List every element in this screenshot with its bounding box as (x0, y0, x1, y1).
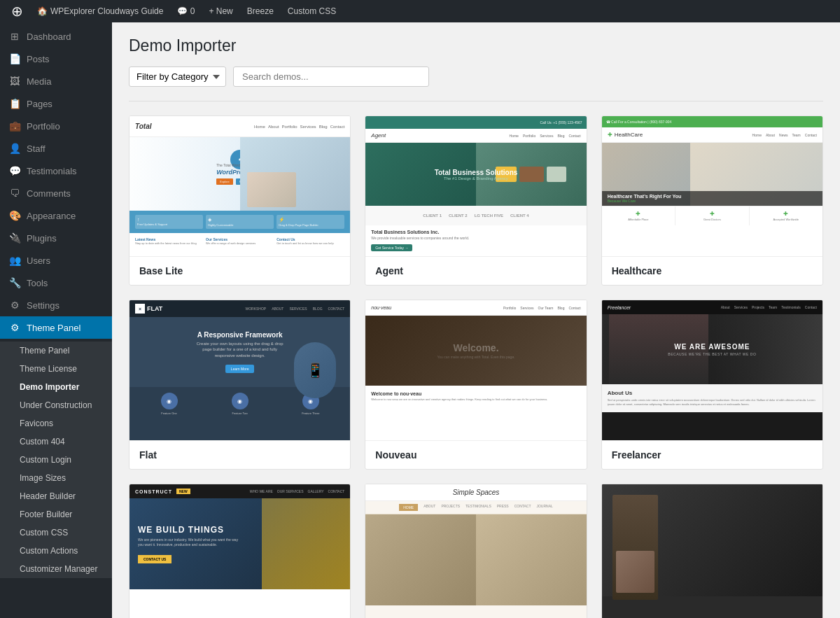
demo-preview-freelancer: Freelancer About Services Projects Team … (602, 300, 822, 440)
demo-preview-nouveau: nou·veau Portfolio Services Our Team Blo… (365, 300, 586, 440)
demo-preview-healthcare: ☎ Call For a Consultation | (800) 837-90… (602, 116, 822, 256)
page-title: Demo Importer (129, 36, 823, 55)
theme-panel-icon: ⚙ (8, 322, 21, 333)
demo-card-graphix[interactable]: GRAPHIX WEB DESIGN SPECIALIST Graphix (601, 484, 823, 618)
demo-card-footer-freelancer: Freelancer (602, 440, 822, 469)
testimonials-icon: 💬 (8, 165, 21, 176)
sub-item-custom-css-sidebar[interactable]: Custom CSS (0, 524, 112, 542)
demo-card-footer-nouveau: Nouveau (365, 440, 586, 469)
demo-name-flat: Flat (139, 449, 340, 461)
demo-name-healthcare: Healthcare (612, 265, 813, 276)
demo-card-simple-spaces[interactable]: Simple Spaces HOME ABOUT PROJECTS TESTIM… (365, 484, 587, 618)
tools-icon: 🔧 (8, 277, 21, 288)
pages-icon: 📋 (8, 98, 21, 109)
sub-item-customizer-manager[interactable]: Customizer Manager (0, 560, 112, 578)
sub-item-footer-builder[interactable]: Footer Builder (0, 505, 112, 524)
sidebar-main-menu: ⊞ Dashboard 📄 Posts 🖼 Media 📋 Pages 💼 Po… (0, 22, 112, 342)
demo-card-footer-agent: Agent (365, 256, 586, 285)
demo-card-freelancer[interactable]: Freelancer About Services Projects Team … (601, 300, 823, 470)
main-wrapper: ⊞ Dashboard 📄 Posts 🖼 Media 📋 Pages 💼 Po… (0, 22, 840, 618)
plugins-icon: 🔌 (8, 232, 21, 244)
demo-card-agent[interactable]: Call Us: +1 (555) 123-4567 Agent Home Po… (365, 115, 587, 286)
content-inner: Demo Importer Filter by Category Total (112, 22, 840, 618)
appearance-icon: 🎨 (8, 210, 21, 221)
sidebar-item-plugins[interactable]: 🔌 Plugins (0, 227, 112, 249)
site-name-button[interactable]: 🏠 WPExplorer Cloudways Guide (31, 0, 169, 22)
sub-item-custom-actions[interactable]: Custom Actions (0, 542, 112, 560)
portfolio-icon: 💼 (8, 120, 21, 132)
search-demos-input[interactable] (233, 66, 429, 87)
filter-category-select[interactable]: Filter by Category (129, 66, 226, 87)
sidebar-item-theme-panel[interactable]: ⚙ Theme Panel (0, 316, 112, 339)
sub-item-custom-404[interactable]: Custom 404 (0, 433, 112, 451)
sidebar-item-settings[interactable]: ⚙ Settings (0, 294, 112, 316)
admin-bar: ⊕ 🏠 WPExplorer Cloudways Guide 💬 0 + New… (0, 0, 840, 22)
users-icon: 👥 (8, 255, 21, 266)
sidebar-item-dashboard[interactable]: ⊞ Dashboard (0, 25, 112, 48)
demo-card-healthcare[interactable]: ☎ Call For a Consultation | (800) 837-90… (601, 115, 823, 286)
sidebar-item-users[interactable]: 👥 Users (0, 249, 112, 272)
sidebar-item-media[interactable]: 🖼 Media (0, 70, 112, 92)
demo-card-nouveau[interactable]: nou·veau Portfolio Services Our Team Blo… (365, 300, 587, 470)
demo-name-nouveau: Nouveau (375, 449, 576, 461)
sidebar: ⊞ Dashboard 📄 Posts 🖼 Media 📋 Pages 💼 Po… (0, 22, 112, 618)
demo-card-footer-healthcare: Healthcare (602, 256, 822, 285)
demo-preview-agent: Call Us: +1 (555) 123-4567 Agent Home Po… (365, 116, 586, 256)
demo-card-footer-base-lite: Base Lite (130, 256, 350, 285)
demo-card-flat[interactable]: × FLAT WORKSHOP ABOUT SERVICES BLOG CONT… (129, 300, 351, 470)
section-separator (129, 101, 823, 101)
demo-grid: Total Home About Portfolio Services Blog… (129, 115, 823, 618)
demo-preview-construct: CONSTRUCT NEW WHO WE ARE OUR SERVICES GA… (130, 484, 350, 618)
demo-card-footer-flat: Flat (130, 440, 350, 469)
sidebar-submenu-theme-panel: Theme Panel Theme License Demo Importer … (0, 342, 112, 578)
content-area: Demo Importer Filter by Category Total (112, 22, 840, 618)
demo-preview-base-lite: Total Home About Portfolio Services Blog… (130, 116, 350, 256)
sub-item-header-builder[interactable]: Header Builder (0, 487, 112, 505)
dashboard-icon: ⊞ (8, 31, 21, 42)
demo-name-freelancer: Freelancer (612, 449, 813, 461)
sidebar-item-posts[interactable]: 📄 Posts (0, 48, 112, 70)
sub-item-theme-license[interactable]: Theme License (0, 360, 112, 378)
demo-preview-simple-spaces: Simple Spaces HOME ABOUT PROJECTS TESTIM… (365, 484, 586, 618)
demo-card-construct[interactable]: CONSTRUCT NEW WHO WE ARE OUR SERVICES GA… (129, 484, 351, 618)
demo-preview-graphix: GRAPHIX WEB DESIGN SPECIALIST (602, 484, 822, 618)
sidebar-item-appearance[interactable]: 🎨 Appearance (0, 204, 112, 227)
sidebar-item-staff[interactable]: 👤 Staff (0, 137, 112, 160)
sidebar-item-pages[interactable]: 📋 Pages (0, 92, 112, 115)
demo-name-agent: Agent (375, 265, 576, 276)
sidebar-item-tools[interactable]: 🔧 Tools (0, 272, 112, 294)
sidebar-item-portfolio[interactable]: 💼 Portfolio (0, 115, 112, 137)
settings-icon: ⚙ (8, 300, 21, 311)
custom-css-adminbar-button[interactable]: Custom CSS (282, 0, 342, 22)
sidebar-item-testimonials[interactable]: 💬 Testimonials (0, 160, 112, 182)
filter-row: Filter by Category (129, 66, 823, 87)
sub-item-favicons[interactable]: Favicons (0, 414, 112, 433)
posts-icon: 📄 (8, 53, 21, 64)
sub-item-theme-panel[interactable]: Theme Panel (0, 342, 112, 360)
comments-icon: 🗨 (8, 188, 21, 199)
sub-item-image-sizes[interactable]: Image Sizes (0, 469, 112, 487)
demo-preview-flat: × FLAT WORKSHOP ABOUT SERVICES BLOG CONT… (130, 300, 350, 440)
demo-card-base-lite[interactable]: Total Home About Portfolio Services Blog… (129, 115, 351, 286)
sub-item-demo-importer[interactable]: Demo Importer (0, 378, 112, 396)
staff-icon: 👤 (8, 143, 21, 154)
demo-name-base-lite: Base Lite (139, 265, 340, 276)
comments-button[interactable]: 💬 0 (172, 0, 200, 22)
new-button[interactable]: + New (203, 0, 238, 22)
sub-item-under-construction[interactable]: Under Construction (0, 396, 112, 414)
sidebar-item-comments[interactable]: 🗨 Comments (0, 182, 112, 204)
media-icon: 🖼 (8, 76, 21, 87)
wp-logo-button[interactable]: ⊕ (6, 0, 29, 22)
breeze-button[interactable]: Breeze (241, 0, 279, 22)
sub-item-custom-login[interactable]: Custom Login (0, 451, 112, 469)
